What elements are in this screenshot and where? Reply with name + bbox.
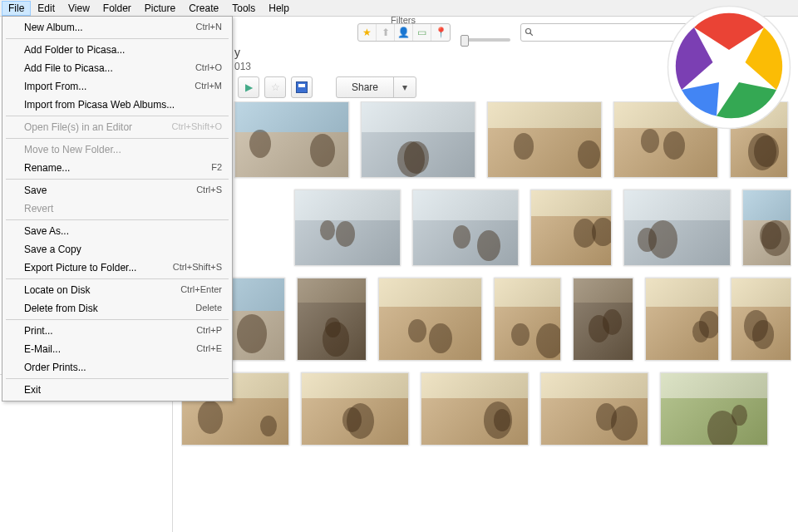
menu-item-revert: Revert — [2, 200, 232, 218]
photo-thumbnail[interactable] — [234, 101, 349, 178]
filter-star-icon[interactable]: ★ — [358, 24, 377, 41]
photo-thumbnail[interactable] — [361, 101, 475, 178]
album-action-row: ▶ ☆ Share ▾ — [238, 76, 416, 98]
play-slideshow-button[interactable]: ▶ — [238, 76, 259, 98]
picasa-logo — [667, 5, 791, 130]
photo-thumbnail[interactable] — [573, 278, 633, 361]
menu-picture[interactable]: Picture — [138, 1, 182, 16]
photo-thumbnail[interactable] — [494, 278, 561, 361]
menu-item-label: Revert — [24, 203, 53, 214]
menu-item-shortcut: F2 — [211, 162, 222, 174]
menu-item-label: Delete from Disk — [24, 303, 98, 314]
menu-item-label: Add File to Picasa... — [24, 62, 113, 74]
menu-separator — [6, 38, 229, 39]
menu-item-add-folder-to-picasa[interactable]: Add Folder to Picasa... — [2, 41, 232, 59]
menu-separator — [6, 116, 229, 116]
menu-item-save[interactable]: SaveCtrl+S — [2, 181, 232, 200]
menu-help[interactable]: Help — [262, 1, 296, 16]
menu-item-label: E-Mail... — [24, 343, 61, 355]
svg-line-1 — [530, 33, 533, 36]
menu-item-label: Add Folder to Picasa... — [24, 44, 125, 56]
photo-thumbnail[interactable] — [645, 278, 719, 361]
menu-item-e-mail[interactable]: E-Mail...Ctrl+E — [2, 340, 232, 358]
menu-item-import-from[interactable]: Import From...Ctrl+M — [2, 77, 232, 96]
menu-item-shortcut: Ctrl+P — [196, 325, 222, 337]
share-button[interactable]: Share ▾ — [336, 76, 416, 98]
menu-item-label: Import From... — [24, 81, 86, 92]
photo-thumbnail[interactable] — [623, 190, 730, 266]
menu-create[interactable]: Create — [182, 1, 225, 16]
menu-item-locate-on-disk[interactable]: Locate on DiskCtrl+Enter — [2, 281, 232, 299]
album-year-fragment: 013 — [234, 61, 251, 72]
menu-item-label: Save a Copy — [24, 244, 81, 255]
share-button-label: Share — [337, 77, 394, 97]
photo-thumbnail[interactable] — [487, 101, 602, 178]
menu-item-order-prints[interactable]: Order Prints... — [2, 358, 232, 377]
menu-item-label: Locate on Disk — [24, 284, 90, 296]
photo-thumbnail[interactable] — [412, 190, 519, 266]
menu-item-open-file-s-in-an-editor: Open File(s) in an EditorCtrl+Shift+O — [2, 118, 232, 136]
menu-item-label: Print... — [24, 325, 53, 337]
photo-thumbnail[interactable] — [297, 278, 367, 361]
save-icon — [296, 81, 308, 93]
menu-item-label: Rename... — [24, 162, 70, 174]
filter-upload-icon[interactable]: ⬆ — [377, 24, 395, 41]
file-menu-dropdown: New Album...Ctrl+NAdd Folder to Picasa..… — [2, 16, 233, 401]
menu-tools[interactable]: Tools — [225, 1, 262, 16]
menu-item-label: Order Prints... — [24, 362, 86, 373]
album-header: y 013 — [234, 46, 251, 72]
thumbnail-row — [294, 190, 791, 266]
menu-item-save-a-copy[interactable]: Save a Copy — [2, 240, 232, 259]
menu-item-shortcut: Ctrl+Enter — [180, 284, 222, 296]
photo-thumbnail[interactable] — [540, 372, 648, 446]
photo-thumbnail[interactable] — [530, 190, 612, 266]
save-button[interactable] — [291, 76, 313, 98]
thumbnail-row — [181, 372, 791, 446]
menu-item-label: Save — [24, 185, 47, 196]
menu-item-print[interactable]: Print...Ctrl+P — [2, 322, 232, 340]
menu-item-delete-from-disk[interactable]: Delete from DiskDelete — [2, 299, 232, 318]
star-button[interactable]: ☆ — [264, 76, 286, 98]
filters-box: ★ ⬆ 👤 ▭ 📍 — [357, 23, 451, 42]
chevron-down-icon[interactable]: ▾ — [394, 81, 416, 93]
menu-view[interactable]: View — [62, 1, 96, 16]
menu-separator — [6, 319, 229, 320]
menu-item-shortcut: Ctrl+Shift+S — [173, 262, 222, 273]
filter-tag-icon[interactable]: ▭ — [413, 24, 431, 41]
menu-item-export-picture-to-folder[interactable]: Export Picture to Folder...Ctrl+Shift+S — [2, 259, 232, 277]
menu-file[interactable]: File — [2, 1, 31, 16]
menu-item-exit[interactable]: Exit — [2, 381, 232, 399]
search-icon — [525, 27, 534, 37]
menu-item-import-from-picasa-web-albums[interactable]: Import from Picasa Web Albums... — [2, 96, 232, 114]
menu-item-label: Import from Picasa Web Albums... — [24, 99, 175, 111]
menu-item-add-file-to-picasa[interactable]: Add File to Picasa...Ctrl+O — [2, 59, 232, 77]
photo-thumbnail[interactable] — [731, 278, 791, 361]
filter-pin-icon[interactable]: 📍 — [431, 24, 450, 41]
svg-point-0 — [526, 29, 531, 34]
photo-thumbnail[interactable] — [294, 190, 401, 266]
menu-item-shortcut: Ctrl+S — [196, 185, 222, 196]
photo-thumbnail[interactable] — [421, 372, 529, 446]
menu-folder[interactable]: Folder — [96, 1, 138, 16]
photo-thumbnail[interactable] — [378, 278, 482, 361]
photo-thumbnail[interactable] — [742, 190, 791, 266]
thumbnail-size-slider[interactable] — [461, 38, 510, 42]
menu-item-move-to-new-folder: Move to New Folder... — [2, 140, 232, 159]
menu-item-shortcut: Ctrl+M — [195, 81, 222, 92]
menu-separator — [6, 378, 229, 379]
filter-person-icon[interactable]: 👤 — [395, 24, 413, 41]
thumbnail-grid — [181, 101, 791, 532]
menu-edit[interactable]: Edit — [31, 1, 62, 16]
photo-thumbnail[interactable] — [301, 372, 409, 446]
menu-separator — [6, 219, 229, 220]
menu-separator — [6, 138, 229, 139]
menu-item-shortcut: Ctrl+E — [196, 343, 222, 355]
menu-item-shortcut: Ctrl+Shift+O — [171, 121, 222, 133]
menu-item-new-album[interactable]: New Album...Ctrl+N — [2, 18, 232, 37]
album-title-fragment: y — [234, 46, 240, 59]
menu-item-save-as[interactable]: Save As... — [2, 222, 232, 240]
menu-item-shortcut: Ctrl+N — [196, 22, 222, 33]
menu-item-rename[interactable]: Rename...F2 — [2, 159, 232, 177]
photo-thumbnail[interactable] — [660, 372, 768, 446]
menu-item-label: New Album... — [24, 22, 83, 33]
